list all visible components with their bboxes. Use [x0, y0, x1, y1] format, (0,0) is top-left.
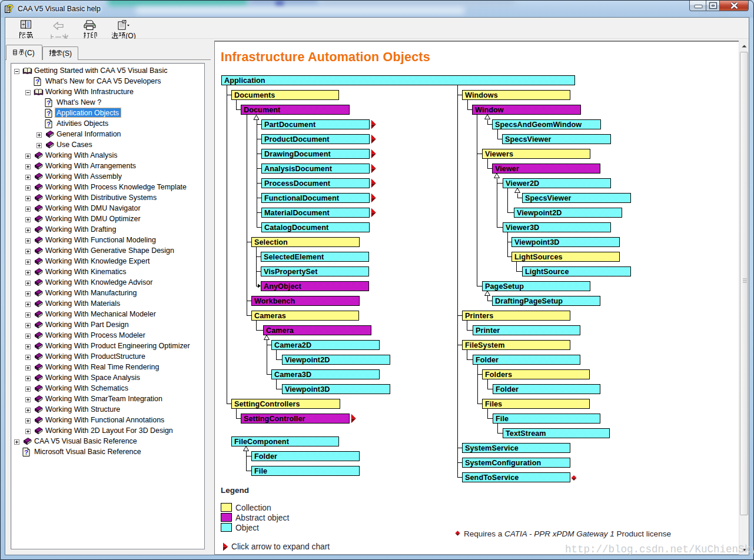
svg-text:Viewers: Viewers [485, 150, 513, 158]
svg-text:Windows: Windows [465, 91, 498, 99]
svg-text:Viewpoint2D: Viewpoint2D [285, 356, 330, 364]
svg-text:Folders: Folders [485, 371, 512, 379]
svg-text:Object: Object [235, 524, 259, 532]
svg-text:CatalogDocument: CatalogDocument [264, 224, 329, 232]
svg-text:?: ? [46, 110, 51, 117]
svg-text:Cameras: Cameras [254, 312, 286, 320]
svg-text:Printer: Printer [476, 326, 500, 335]
svg-text:Application: Application [224, 76, 265, 85]
svg-text:Printers: Printers [465, 312, 493, 320]
svg-text:SettingControllers: SettingControllers [234, 400, 300, 408]
svg-text:SpecsAndGeomWindow: SpecsAndGeomWindow [495, 121, 582, 129]
svg-text:DraftingPageSetup: DraftingPageSetup [495, 297, 563, 305]
svg-text:Viewer2D: Viewer2D [506, 179, 539, 188]
svg-text:Legend: Legend [221, 486, 249, 495]
svg-text:?: ? [8, 3, 14, 14]
svg-text:LightSources: LightSources [514, 253, 563, 261]
svg-text:FileSystem: FileSystem [465, 341, 505, 349]
svg-text:SelectedElement: SelectedElement [264, 253, 324, 261]
svg-text:Files: Files [485, 400, 502, 408]
svg-text:?: ? [46, 121, 51, 128]
svg-text:SendToService: SendToService [465, 474, 519, 482]
svg-text:Abstract object: Abstract object [235, 514, 289, 522]
svg-text:Viewer: Viewer [495, 165, 519, 173]
svg-text:PartDocument: PartDocument [264, 121, 316, 129]
svg-text:Window: Window [475, 106, 504, 114]
svg-text:Folder: Folder [496, 385, 519, 394]
svg-text:ProductDocument: ProductDocument [264, 135, 330, 144]
svg-text:TextStream: TextStream [506, 429, 546, 438]
svg-text:Requires a CATIA - PPR xPDM Ga: Requires a CATIA - PPR xPDM Gateway 1 Pr… [464, 529, 671, 538]
svg-text:?: ? [35, 78, 39, 85]
svg-text:Selection: Selection [254, 238, 288, 246]
svg-text:Camera3D: Camera3D [274, 371, 311, 379]
svg-text:SpecsViewer: SpecsViewer [505, 135, 552, 144]
svg-text:Document: Document [244, 106, 281, 114]
svg-text:MaterialDocument: MaterialDocument [264, 209, 330, 217]
svg-text:FileComponent: FileComponent [234, 438, 290, 446]
svg-text:SystemConfiguration: SystemConfiguration [465, 459, 541, 467]
svg-text:Viewpoint3D: Viewpoint3D [514, 238, 559, 246]
svg-text:ProcessDocument: ProcessDocument [264, 179, 331, 188]
svg-text:VisPropertySet: VisPropertySet [264, 268, 318, 276]
svg-text:LightSource: LightSource [525, 268, 569, 276]
svg-text:Viewpoint2D: Viewpoint2D [517, 209, 562, 217]
svg-text:AnyObject: AnyObject [264, 282, 302, 291]
svg-text:?: ? [24, 449, 28, 456]
svg-text:File: File [254, 467, 267, 475]
svg-text:FunctionalDocument: FunctionalDocument [264, 194, 340, 202]
svg-text:Camera2D: Camera2D [274, 341, 311, 349]
svg-text:SystemService: SystemService [465, 444, 519, 452]
svg-text:Viewpoint3D: Viewpoint3D [285, 385, 330, 394]
svg-text:Folder: Folder [254, 452, 277, 461]
svg-text:SpecsViewer: SpecsViewer [525, 194, 572, 202]
svg-text:Viewer3D: Viewer3D [506, 224, 539, 232]
svg-text:Workbench: Workbench [254, 297, 295, 305]
svg-text:Click arrow to expand chart: Click arrow to expand chart [231, 542, 330, 551]
svg-text:File: File [496, 415, 509, 423]
svg-text:Documents: Documents [234, 91, 275, 99]
svg-text:SettingController: SettingController [244, 415, 305, 423]
svg-text:AnalysisDocument: AnalysisDocument [264, 165, 333, 173]
svg-text:DrawingDocument: DrawingDocument [264, 150, 331, 158]
svg-text:PageSetup: PageSetup [485, 282, 524, 291]
svg-text:Camera: Camera [266, 326, 294, 335]
svg-text:Folder: Folder [476, 356, 499, 364]
svg-text:?: ? [46, 99, 51, 106]
svg-text:Collection: Collection [235, 504, 271, 512]
svg-text:Infrastructure Automation Obje: Infrastructure Automation Objects [221, 50, 430, 64]
